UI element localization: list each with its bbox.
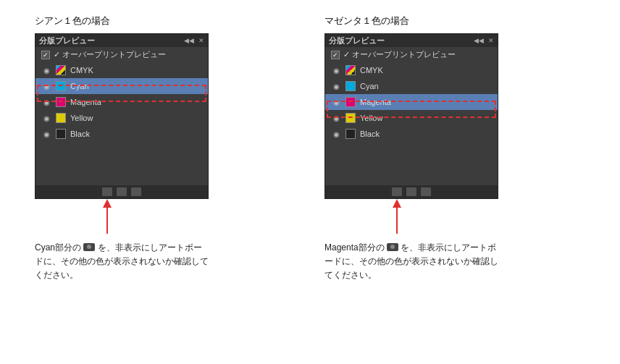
magenta-channel-black-label: Black xyxy=(360,130,380,138)
cyan-bottom-icon-2[interactable] xyxy=(117,187,127,196)
magenta-eye-cmyk[interactable]: ◉ xyxy=(331,67,341,74)
magenta-channel-magenta[interactable]: ◉ Magenta xyxy=(325,94,498,110)
magenta-channel-black[interactable]: ◉ Black xyxy=(325,126,498,142)
cyan-channel-black-label: Black xyxy=(70,130,90,138)
cyan-eye-cyan[interactable]: ◉ xyxy=(41,82,51,90)
magenta-collapse-icon[interactable]: ◀◀ xyxy=(474,37,484,44)
cyan-panel-window: 分版プレビュー ◀◀ ✕ ✓ ✓ オーバープリントプレビュー ◉ CMYK xyxy=(35,33,209,199)
cyan-arrow-svg xyxy=(35,199,209,235)
cyan-swatch-yellow xyxy=(56,113,66,123)
magenta-section-title: マゼンタ１色の場合 xyxy=(324,14,409,27)
magenta-overprint-checkbox[interactable]: ✓ xyxy=(331,51,340,59)
magenta-bottom-icon-3[interactable] xyxy=(421,187,431,196)
magenta-titlebar-icons: ◀◀ ✕ xyxy=(474,37,494,44)
magenta-close-icon[interactable]: ✕ xyxy=(488,37,494,44)
magenta-panel-titlebar: 分版プレビュー ◀◀ ✕ xyxy=(325,34,498,47)
cyan-overprint-checkbox[interactable]: ✓ xyxy=(41,51,50,59)
magenta-section: マゼンタ１色の場合 分版プレビュー ◀◀ ✕ ✓ ✓ オーバープリントプレビュー xyxy=(324,14,585,283)
svg-marker-3 xyxy=(393,199,401,208)
cyan-description: Cyan部分の を、非表示にしアートボードに、その他の色が表示されないか確認して… xyxy=(35,241,209,283)
svg-marker-1 xyxy=(103,199,112,208)
cyan-channel-cmyk[interactable]: ◉ CMYK xyxy=(35,62,208,78)
cyan-overprint-label: ✓ オーバープリントプレビュー xyxy=(54,49,166,60)
cyan-channel-magenta[interactable]: ◉ Magenta xyxy=(35,94,208,110)
cyan-channel-cyan[interactable]: ◉ Cyan xyxy=(35,78,208,94)
magenta-channel-yellow[interactable]: ◉ Yellow xyxy=(325,110,498,126)
cyan-titlebar-icons: ◀◀ ✕ xyxy=(184,37,204,44)
magenta-channel-cmyk-label: CMYK xyxy=(360,66,383,75)
cyan-bottom-icon-3[interactable] xyxy=(131,187,141,196)
magenta-bottom-icon-2[interactable] xyxy=(406,187,416,196)
cyan-section-title: シアン１色の場合 xyxy=(35,14,110,27)
magenta-channel-magenta-label: Magenta xyxy=(360,98,391,106)
magenta-panel-bottom xyxy=(325,185,498,198)
magenta-swatch-yellow xyxy=(345,113,356,123)
cyan-panel-title: 分版プレビュー xyxy=(39,35,95,46)
cyan-swatch-black xyxy=(56,129,66,139)
cyan-section: シアン１色の場合 分版プレビュー ◀◀ ✕ ✓ ✓ オーバープリントプレビュー xyxy=(35,14,296,283)
magenta-swatch-cmyk xyxy=(345,65,356,75)
cyan-panel-empty xyxy=(35,142,208,185)
cyan-overprint-row[interactable]: ✓ ✓ オーバープリントプレビュー xyxy=(35,47,208,62)
cyan-eye-cmyk[interactable]: ◉ xyxy=(41,67,51,74)
magenta-overprint-row[interactable]: ✓ ✓ オーバープリントプレビュー xyxy=(325,47,498,62)
magenta-bottom-icon-1[interactable] xyxy=(392,187,402,196)
cyan-arrow-container xyxy=(35,199,209,235)
magenta-eye-cyan[interactable]: ◉ xyxy=(331,82,341,90)
cyan-swatch-cyan xyxy=(56,81,66,91)
magenta-arrow-container xyxy=(324,199,498,235)
magenta-bottom-icons xyxy=(392,187,431,196)
cyan-channel-yellow[interactable]: ◉ Yellow xyxy=(35,110,208,126)
cyan-eye-magenta[interactable]: ◉ xyxy=(41,98,51,106)
cyan-channel-cmyk-label: CMYK xyxy=(70,66,93,75)
main-container: シアン１色の場合 分版プレビュー ◀◀ ✕ ✓ ✓ オーバープリントプレビュー xyxy=(7,14,613,283)
cyan-collapse-icon[interactable]: ◀◀ xyxy=(184,37,194,44)
magenta-panel-wrapper: 分版プレビュー ◀◀ ✕ ✓ ✓ オーバープリントプレビュー ◉ CMYK xyxy=(324,33,498,235)
cyan-eye-yellow[interactable]: ◉ xyxy=(41,114,51,122)
cyan-close-icon[interactable]: ✕ xyxy=(198,37,204,44)
magenta-swatch-black xyxy=(345,129,356,139)
cyan-panel-wrapper: 分版プレビュー ◀◀ ✕ ✓ ✓ オーバープリントプレビュー ◉ CMYK xyxy=(35,33,209,235)
cyan-panel-titlebar: 分版プレビュー ◀◀ ✕ xyxy=(35,34,208,47)
magenta-eye-black[interactable]: ◉ xyxy=(331,130,341,137)
cyan-channel-magenta-label: Magenta xyxy=(70,98,101,106)
magenta-panel-empty xyxy=(325,142,498,185)
cyan-swatch-magenta xyxy=(56,97,66,107)
magenta-channel-cmyk[interactable]: ◉ CMYK xyxy=(325,62,498,78)
cyan-channel-black[interactable]: ◉ Black xyxy=(35,126,208,142)
magenta-swatch-magenta xyxy=(345,97,356,107)
cyan-bottom-icon-1[interactable] xyxy=(102,187,112,196)
magenta-panel-window: 分版プレビュー ◀◀ ✕ ✓ ✓ オーバープリントプレビュー ◉ CMYK xyxy=(324,33,498,199)
magenta-channel-cyan-label: Cyan xyxy=(360,82,379,90)
magenta-overprint-label: ✓ オーバープリントプレビュー xyxy=(343,49,456,60)
cyan-channel-yellow-label: Yellow xyxy=(70,114,93,122)
magenta-panel-title: 分版プレビュー xyxy=(329,35,385,46)
cyan-eye-black[interactable]: ◉ xyxy=(41,130,51,137)
magenta-channel-yellow-label: Yellow xyxy=(360,114,382,122)
cyan-swatch-cmyk xyxy=(56,65,66,75)
magenta-channel-cyan[interactable]: ◉ Cyan xyxy=(325,78,498,94)
magenta-description: Magenta部分の を、非表示にしアートボードに、その他の色が表示されないか確… xyxy=(324,241,498,283)
magenta-swatch-cyan xyxy=(345,81,356,91)
cyan-bottom-icons xyxy=(102,187,141,196)
magenta-eye-yellow[interactable]: ◉ xyxy=(331,114,341,122)
cyan-panel-bottom xyxy=(35,185,208,198)
magenta-eye-magenta[interactable]: ◉ xyxy=(331,98,341,106)
magenta-arrow-svg xyxy=(324,199,498,235)
cyan-channel-cyan-label: Cyan xyxy=(70,82,89,90)
